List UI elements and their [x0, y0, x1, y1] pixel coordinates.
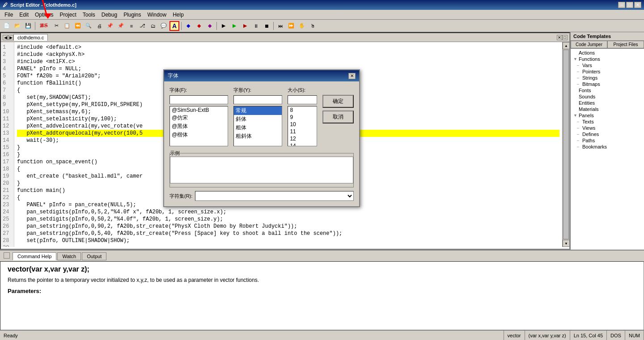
tree-child-item[interactable]: – Views — [572, 125, 643, 131]
tree-child-item[interactable]: – Vars — [572, 62, 643, 68]
tb-step4[interactable]: 🖱 — [308, 21, 318, 31]
menu-options[interactable]: Options — [32, 11, 56, 19]
close-button[interactable]: ✕ — [634, 2, 641, 8]
code-line: #include <default.c> — [17, 44, 559, 51]
tree-child-item[interactable]: – Pointers — [572, 68, 643, 75]
menu-file[interactable]: File — [2, 11, 16, 19]
vertical-scrollbar[interactable]: ▲ ▼ — [562, 42, 569, 247]
tb-run1[interactable]: ▶ — [219, 21, 229, 31]
line-number: 21 — [3, 187, 12, 194]
minimize-button[interactable]: ─ — [618, 2, 625, 8]
tree-child-item[interactable]: – Bookmarks — [572, 144, 643, 150]
size-list-item[interactable]: 14 — [288, 142, 317, 146]
tree-item[interactable]: ▼ Panels — [572, 112, 643, 119]
size-list[interactable]: 891011121416 — [288, 106, 317, 146]
tab-watch[interactable]: Watch — [57, 252, 81, 260]
tb-btn7[interactable]: 📌 — [116, 21, 126, 31]
ok-button[interactable]: 确定 — [322, 95, 354, 108]
tree-item[interactable]: Entities — [572, 100, 643, 106]
tb-btn3[interactable]: ⏪ — [73, 21, 83, 31]
scroll-up-arrow[interactable]: ▲ — [563, 42, 570, 49]
bottom-icon[interactable] — [4, 252, 10, 259]
tb-btn4[interactable]: 🔍 — [84, 21, 93, 31]
tab-project-files[interactable]: Project Files — [607, 41, 644, 48]
size-list-item[interactable]: 8 — [288, 106, 317, 114]
tab-code-jumper[interactable]: Code Jumper — [571, 41, 607, 48]
style-list[interactable]: 常规斜体粗体粗斜体 — [233, 106, 282, 146]
tab-scroll-left[interactable]: ◀ — [3, 35, 8, 40]
menu-project[interactable]: Project — [57, 11, 79, 19]
tree-item[interactable]: Materials — [572, 106, 643, 112]
tb-debug2[interactable]: ◆ — [194, 21, 204, 31]
tb-run2[interactable]: ▶ — [229, 21, 239, 31]
tb-step2[interactable]: ⏩ — [286, 21, 296, 31]
size-input[interactable] — [288, 95, 317, 104]
style-input[interactable] — [233, 95, 282, 104]
style-list-item[interactable]: 粗斜体 — [234, 132, 282, 140]
tree-child-item[interactable]: – Paths — [572, 137, 643, 144]
font-list[interactable]: @SimSun-ExtB@仿宋@黑体@楷体 — [169, 106, 228, 146]
style-list-item[interactable]: 常规 — [234, 106, 282, 115]
code-line: pan_setdigits(pInfo,0,5,2,"%4.0f x", fA2… — [17, 208, 559, 216]
editor-restore[interactable]: □ — [562, 35, 568, 40]
open-button[interactable]: 📂 — [13, 21, 22, 31]
cancel-button[interactable]: 取消 — [322, 110, 354, 123]
tree-child-item[interactable]: – Bitmaps — [572, 81, 643, 87]
charset-select[interactable] — [195, 191, 354, 201]
tb-btn5[interactable]: 🖨 — [94, 21, 104, 31]
size-list-item[interactable]: 10 — [288, 121, 317, 128]
tb-btn11[interactable]: 💬 — [159, 21, 169, 31]
size-list-item[interactable]: 11 — [288, 128, 317, 135]
tb-btn10[interactable]: 🗂 — [148, 21, 158, 31]
tb-btn2[interactable]: 📋 — [62, 21, 72, 31]
tree-child-item[interactable]: – Texts — [572, 119, 643, 125]
tb-step3[interactable]: ✋ — [297, 21, 307, 31]
editor-close[interactable]: ✕ — [557, 35, 562, 40]
tab-scroll-right[interactable]: ▶ — [8, 35, 13, 40]
scroll-down-arrow[interactable]: ▼ — [563, 240, 570, 247]
new-button[interactable]: 📄 — [2, 21, 12, 31]
editor-tab-clothdemo[interactable]: clothdemo.c — [13, 34, 48, 41]
save-button[interactable]: 💾 — [23, 21, 33, 31]
menu-bar: File Edit Options Project Tools Debug Pl… — [0, 10, 644, 20]
tb-debug3[interactable]: ◆ — [205, 21, 215, 31]
tree-child-item[interactable]: – Strings — [572, 75, 643, 81]
menu-window[interactable]: Window — [145, 11, 169, 19]
style-list-item[interactable]: 粗体 — [234, 123, 282, 132]
style-list-item[interactable]: 斜体 — [234, 115, 282, 123]
font-list-item[interactable]: @楷体 — [170, 131, 228, 139]
line-number: 5 — [3, 72, 12, 80]
tb-btn6[interactable]: 📌 — [105, 21, 115, 31]
tree-child-item[interactable]: – Defines — [572, 131, 643, 137]
menu-debug[interactable]: Debug — [99, 11, 120, 19]
tab-output[interactable]: Output — [82, 252, 106, 260]
menu-help[interactable]: Help — [170, 11, 186, 19]
font-list-item[interactable]: @仿宋 — [170, 114, 228, 122]
tb-pause[interactable]: ⏸ — [251, 21, 261, 31]
scroll-thumb[interactable] — [563, 50, 569, 239]
font-list-item[interactable]: @SimSun-ExtB — [170, 106, 228, 114]
tb-debug1[interactable]: ◆ — [183, 21, 193, 31]
size-list-item[interactable]: 9 — [288, 114, 317, 121]
tb-step1[interactable]: ⏭ — [275, 21, 285, 31]
tb-btn1[interactable]: ✂ — [51, 21, 61, 31]
font-button[interactable]: A — [169, 21, 179, 31]
tb-btn8[interactable]: ≡ — [127, 21, 136, 31]
font-list-item[interactable]: @黑体 — [170, 122, 228, 131]
font-input[interactable] — [169, 95, 228, 104]
tree-leaf-icon: – — [577, 119, 581, 124]
menu-edit[interactable]: Edit — [17, 11, 31, 19]
tab-command-help[interactable]: Command Help — [13, 252, 56, 260]
tree-item[interactable]: Sounds — [572, 94, 643, 100]
tree-item[interactable]: Actions — [572, 50, 643, 56]
menu-tools[interactable]: Tools — [80, 11, 98, 19]
size-list-item[interactable]: 12 — [288, 135, 317, 142]
tree-item[interactable]: ▼ Functions — [572, 56, 643, 62]
maximize-button[interactable]: □ — [626, 2, 633, 8]
tb-btn9[interactable]: ⎇ — [137, 21, 147, 31]
dialog-close-button[interactable]: ✕ — [348, 73, 356, 79]
tb-run3[interactable]: ▶ — [240, 21, 250, 31]
menu-plugins[interactable]: Plugins — [121, 11, 144, 19]
tb-stop[interactable]: ⏹ — [262, 21, 271, 31]
tree-item[interactable]: Fonts — [572, 87, 643, 94]
